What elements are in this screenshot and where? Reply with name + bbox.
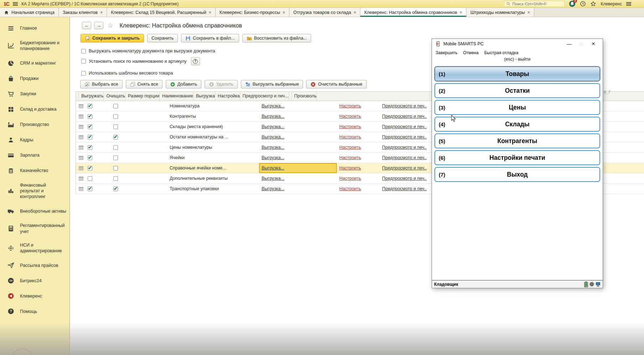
column-header[interactable] xyxy=(76,92,79,101)
clear-checkbox[interactable] xyxy=(113,125,118,129)
global-search[interactable] xyxy=(504,1,565,7)
configure-link[interactable]: Настроить xyxy=(339,166,361,171)
column-header[interactable]: Настройка xyxy=(215,92,240,101)
favorite-star-icon[interactable]: ☆ xyxy=(108,22,113,29)
sidebar-item[interactable]: Производство xyxy=(0,117,69,132)
column-header[interactable]: Очищать xyxy=(104,92,125,101)
upload-link[interactable]: Выгрузка... xyxy=(262,114,284,119)
current-user[interactable]: Клеверенс xyxy=(601,1,622,6)
dialog-titlebar[interactable]: Mobile SMARTS PC — □ × xyxy=(432,39,603,49)
tab-close-icon[interactable] xyxy=(209,10,211,15)
sidebar-item[interactable]: Главное xyxy=(0,21,69,36)
upload-link[interactable]: Выгрузка... xyxy=(262,145,284,150)
column-header[interactable]: Произволь xyxy=(292,92,317,101)
unload-checkbox[interactable] xyxy=(88,176,92,181)
close-button[interactable]: × xyxy=(587,40,599,47)
save-to-file-button[interactable]: Сохранить в файл... xyxy=(181,34,239,42)
maximize-button[interactable]: □ xyxy=(575,41,587,47)
configure-link[interactable]: Настроить xyxy=(339,145,361,150)
upload-link[interactable]: Выгрузка... xyxy=(262,176,284,181)
sidebar-item[interactable]: Рассылка прайсов xyxy=(0,258,69,273)
notifications-bell-icon[interactable]: 1 xyxy=(569,0,576,7)
preview-print-link[interactable]: Предпросмотр и печ... xyxy=(382,145,427,150)
clear-checkbox[interactable] xyxy=(113,176,118,181)
tab-close-icon[interactable] xyxy=(527,10,530,15)
sidebar-item[interactable]: Клеверенс xyxy=(0,288,69,304)
unload-checkbox[interactable] xyxy=(88,156,92,160)
column-header[interactable]: Наименование xyxy=(160,92,194,101)
save-and-close-button[interactable]: Сохранить и закрыть xyxy=(81,34,144,42)
configure-link[interactable]: Настроить xyxy=(339,135,361,140)
dialog-menu-button[interactable]: (3) Цены xyxy=(434,100,600,115)
unselect-all-button[interactable]: Снять все xyxy=(126,80,163,88)
tab-close-icon[interactable] xyxy=(100,10,103,15)
upload-link[interactable]: Выгрузка... xyxy=(262,166,284,171)
clear-checkbox[interactable] xyxy=(113,166,118,171)
tab[interactable]: Штрихкоды номенклатуры xyxy=(467,8,534,17)
upload-link[interactable]: Выгрузка... xyxy=(262,135,284,140)
clear-selected-button[interactable]: Очистить выбранные xyxy=(306,80,366,88)
restore-from-file-button[interactable]: Восстановить из файла... xyxy=(242,34,311,42)
configure-link[interactable]: Настроить xyxy=(339,176,361,181)
upload-link[interactable]: Выгрузка... xyxy=(262,186,284,191)
configure-link[interactable]: Настроить xyxy=(339,155,361,160)
history-clock-icon[interactable] xyxy=(580,1,586,7)
favorites-star-icon[interactable] xyxy=(590,1,596,7)
tab[interactable]: Клеверенс: Склад 15 Вещевой, Расширенный xyxy=(107,8,216,17)
dialog-menu-button[interactable]: (7) Выход xyxy=(434,167,600,182)
dialog-menu-button[interactable]: (6) Настройки печати xyxy=(434,150,600,165)
preview-print-link[interactable]: Предпросмотр и печ... xyxy=(382,135,427,140)
option-checkbox[interactable] xyxy=(81,49,86,54)
column-header[interactable]: Выгружать xyxy=(79,92,104,101)
column-header[interactable] xyxy=(289,92,292,101)
preview-print-link[interactable]: Предпросмотр и печ... xyxy=(382,124,427,129)
column-header[interactable]: Предпросмотр и печ... xyxy=(240,92,289,101)
clear-checkbox[interactable] xyxy=(113,156,118,160)
preview-print-link[interactable]: Предпросмотр и печ... xyxy=(382,114,427,119)
help-button[interactable]: ? xyxy=(191,57,200,65)
preview-print-link[interactable]: Предпросмотр и печ... xyxy=(382,155,427,160)
clear-checkbox[interactable] xyxy=(113,104,118,108)
unload-checkbox[interactable] xyxy=(88,114,92,119)
unload-checkbox[interactable] xyxy=(88,187,92,191)
sidebar-item[interactable]: Закупки xyxy=(0,86,69,102)
clear-checkbox[interactable] xyxy=(113,114,118,119)
upload-link[interactable]: Выгрузка... xyxy=(262,103,284,108)
tab[interactable]: Клеверенс: Настройка обмена справочников xyxy=(360,8,466,17)
unload-checkbox[interactable] xyxy=(88,145,92,150)
back-button[interactable]: ← xyxy=(82,22,91,29)
menu-quick-debug[interactable]: Быстрая отладка xyxy=(484,50,519,55)
sidebar-item[interactable]: Финансовый результат и контроллинг xyxy=(0,178,69,204)
clear-checkbox[interactable] xyxy=(113,145,118,150)
option-checkbox[interactable] xyxy=(81,59,86,64)
configure-link[interactable]: Настроить xyxy=(339,186,361,191)
menu-cancel[interactable]: Отмена xyxy=(463,50,479,55)
column-header[interactable]: Выгрузка xyxy=(194,92,215,101)
unload-checkbox[interactable] xyxy=(88,104,92,108)
upload-selected-button[interactable]: Выгрузить выбранные xyxy=(241,80,303,88)
clear-checkbox[interactable] xyxy=(113,135,118,140)
sidebar-item[interactable]: Продажи xyxy=(0,71,69,86)
select-all-button[interactable]: Выбрать все xyxy=(80,80,123,88)
add-button[interactable]: Добавить xyxy=(166,80,201,88)
unload-checkbox[interactable] xyxy=(88,166,92,171)
tab[interactable]: Отгрузка товаров со склада xyxy=(289,8,360,17)
user-menu-burger-icon[interactable] xyxy=(626,2,631,6)
sidebar-item[interactable]: Склад и доставка xyxy=(0,102,69,117)
sidebar-item[interactable]: Битрикс24 xyxy=(0,273,69,288)
sidebar-item[interactable]: Кадры xyxy=(0,132,69,148)
forward-button[interactable]: → xyxy=(94,22,103,29)
column-header[interactable]: Размер порции xyxy=(125,92,160,101)
sidebar-item[interactable]: Зарплата xyxy=(0,148,69,163)
preview-print-link[interactable]: Предпросмотр и печ... xyxy=(382,166,427,171)
clear-checkbox[interactable] xyxy=(113,187,118,191)
dialog-menu-button[interactable]: (5) Контрагенты xyxy=(434,133,600,148)
preview-print-link[interactable]: Предпросмотр и печ... xyxy=(382,103,427,108)
preview-print-link[interactable]: Предпросмотр и печ... xyxy=(382,176,427,181)
sidebar-item[interactable]: Бюджетирование и планирование xyxy=(0,36,69,56)
sidebar-item[interactable]: НСИ и администрирование xyxy=(0,238,69,258)
upload-link[interactable]: Выгрузка... xyxy=(262,124,284,129)
delete-button[interactable]: Удалить xyxy=(205,80,238,88)
tab[interactable]: Клеверенс: Бизнес-процессы xyxy=(216,8,289,17)
save-button[interactable]: Сохранить xyxy=(147,34,178,42)
